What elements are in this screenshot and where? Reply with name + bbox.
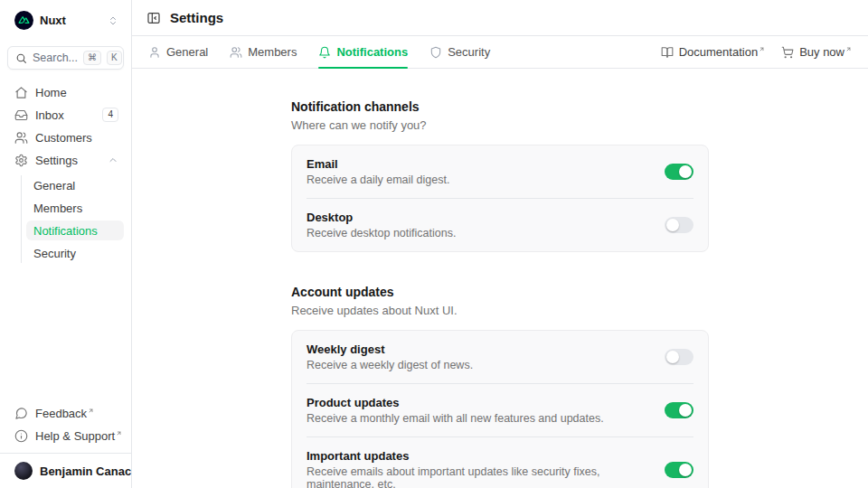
sidebar-item-label: Notifications: [33, 224, 98, 238]
external-link-icon: [88, 408, 94, 414]
setting-row-email: Email Receive a daily email digest.: [292, 145, 708, 198]
gear-icon: [14, 154, 28, 167]
email-toggle[interactable]: [665, 164, 693, 180]
setting-label: Product updates: [307, 396, 604, 409]
setting-description: Receive a daily email digest.: [307, 174, 449, 186]
sidebar-item-label: Security: [33, 247, 76, 260]
sidebar-footer-links: Feedback Help & Support: [7, 403, 124, 453]
desktop-toggle[interactable]: [665, 217, 693, 233]
chevron-up-icon: [108, 155, 118, 165]
settings-subnav: General Members Notifications Security: [21, 175, 124, 263]
sidebar-item-members[interactable]: Members: [26, 198, 124, 218]
setting-text: Desktop Receive desktop notifications.: [307, 211, 456, 239]
setting-label: Email: [307, 157, 449, 171]
settings-card: Email Receive a daily email digest. Desk…: [291, 145, 709, 252]
setting-description: Receive a weekly digest of news.: [307, 359, 473, 371]
sidebar-item-label: Members: [33, 202, 82, 215]
external-link-icon: [116, 430, 122, 436]
header-actions: Documentation Buy now: [661, 36, 852, 68]
section-account-updates: Account updates Receive updates about Nu…: [291, 285, 709, 488]
help-support-link[interactable]: Help & Support: [7, 426, 124, 446]
documentation-label: Documentation: [679, 45, 765, 59]
setting-text: Email Receive a daily email digest.: [307, 157, 449, 186]
sidebar-item-label: General: [33, 179, 75, 192]
toggle-knob: [679, 404, 692, 417]
setting-label: Weekly digest: [307, 343, 473, 356]
kbd-meta: ⌘: [83, 51, 101, 65]
important-updates-toggle[interactable]: [665, 462, 693, 478]
setting-label: Desktop: [307, 211, 456, 224]
team-switcher[interactable]: Nuxt: [7, 9, 124, 32]
users-icon: [230, 46, 242, 59]
setting-description: Receive a monthly email with all new fea…: [307, 412, 604, 425]
setting-row-weekly-digest: Weekly digest Receive a weekly digest of…: [292, 331, 708, 383]
sidebar-item-customers[interactable]: Customers: [7, 127, 124, 147]
product-updates-toggle[interactable]: [665, 402, 693, 418]
tab-general[interactable]: General: [148, 36, 208, 68]
setting-description: Receive emails about important updates l…: [307, 465, 650, 488]
sidebar-nav: Home Inbox 4 Customers Settings: [7, 82, 124, 263]
documentation-link[interactable]: Documentation: [661, 45, 765, 59]
sidebar-item-label: Settings: [35, 154, 100, 167]
external-link-icon: [845, 46, 852, 52]
shield-icon: [429, 46, 442, 59]
team-name: Nuxt: [40, 14, 101, 27]
tab-label: Notifications: [336, 45, 408, 59]
page-title: Settings: [170, 10, 223, 25]
sidebar-item-notifications[interactable]: Notifications: [26, 221, 124, 240]
inbox-count-badge: 4: [102, 108, 118, 122]
tab-bar: General Members Notifications Security: [132, 36, 868, 69]
cart-icon: [781, 46, 794, 59]
sidebar-item-settings[interactable]: Settings: [7, 150, 124, 170]
kbd-k: K: [107, 51, 122, 65]
info-circle-icon: [14, 429, 28, 443]
setting-row-desktop: Desktop Receive desktop notifications.: [292, 199, 708, 251]
chat-bubble-icon: [14, 407, 28, 420]
sidebar-item-label: Inbox: [35, 108, 95, 122]
tab-label: General: [166, 45, 208, 59]
settings-content: Notification channels Where can we notif…: [132, 69, 868, 488]
section-title: Account updates: [291, 285, 709, 299]
sidebar-item-security[interactable]: Security: [26, 243, 124, 263]
main-panel: Settings General Members Notifications: [132, 0, 868, 488]
sidebar-item-inbox[interactable]: Inbox 4: [7, 105, 124, 125]
sidebar-item-home[interactable]: Home: [7, 82, 124, 102]
tab-security[interactable]: Security: [429, 36, 490, 68]
app-root: Nuxt Search... ⌘ K Home: [0, 0, 868, 488]
content-column: Notification channels Where can we notif…: [291, 69, 709, 488]
tab-members[interactable]: Members: [230, 36, 297, 68]
setting-description: Receive desktop notifications.: [307, 227, 456, 239]
chevrons-up-down-icon: [108, 15, 118, 26]
tab-label: Security: [448, 45, 490, 59]
section-description: Receive updates about Nuxt UI.: [291, 304, 709, 317]
toggle-knob: [679, 464, 692, 476]
sidebar-spacer: [7, 263, 124, 403]
book-open-icon: [661, 46, 674, 59]
user-icon: [148, 46, 161, 59]
bell-icon: [318, 46, 331, 59]
setting-row-product-updates: Product updates Receive a monthly email …: [292, 384, 708, 436]
setting-text: Important updates Receive emails about i…: [307, 449, 650, 488]
buy-now-label: Buy now: [799, 45, 852, 59]
toggle-knob: [679, 165, 692, 178]
tab-label: Members: [248, 45, 297, 59]
sidebar-collapse-icon[interactable]: [146, 11, 161, 25]
section-title: Notification channels: [291, 99, 709, 114]
inbox-icon: [14, 108, 28, 122]
setting-label: Important updates: [307, 449, 650, 463]
sidebar-item-label: Home: [35, 86, 118, 99]
page-header: Settings: [132, 0, 868, 36]
feedback-link[interactable]: Feedback: [7, 403, 124, 423]
user-menu[interactable]: Benjamin Canac: [0, 453, 131, 488]
search-input[interactable]: Search... ⌘ K: [7, 46, 124, 70]
home-icon: [14, 86, 28, 99]
weekly-digest-toggle[interactable]: [665, 349, 693, 365]
toggle-knob: [666, 351, 679, 363]
external-link-icon: [759, 46, 765, 52]
buy-now-button[interactable]: Buy now: [781, 45, 852, 59]
setting-text: Weekly digest Receive a weekly digest of…: [307, 343, 473, 371]
setting-row-important-updates: Important updates Receive emails about i…: [292, 437, 708, 488]
nuxt-logo-icon: [14, 11, 33, 30]
sidebar-item-general[interactable]: General: [26, 175, 124, 195]
tab-notifications[interactable]: Notifications: [318, 36, 408, 68]
